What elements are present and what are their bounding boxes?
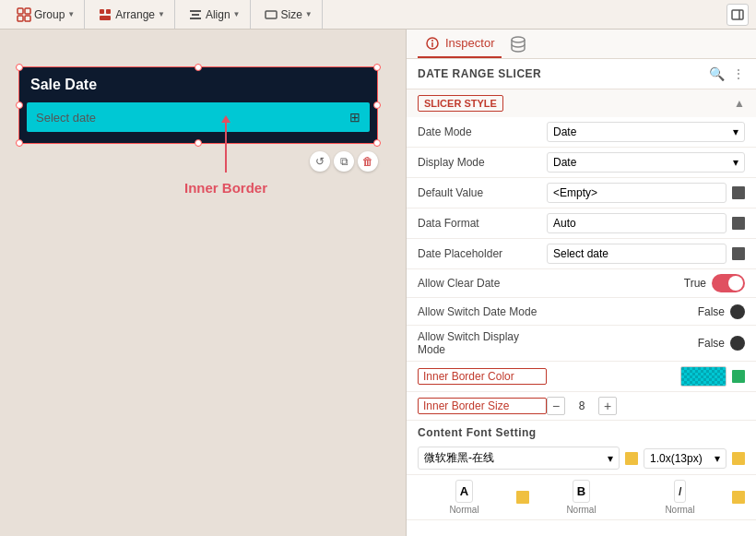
format-row: A Normal B Normal I Normal (407, 475, 756, 520)
delete-action[interactable]: 🗑 (358, 151, 378, 172)
handle-top-left[interactable] (16, 64, 23, 71)
prop-row-inner-border-color: Inner Border Color (407, 362, 756, 392)
section-collapse-button[interactable]: ▲ (734, 97, 745, 110)
italic-sublabel: Normal (665, 505, 694, 515)
date-placeholder-square[interactable] (732, 247, 745, 260)
inner-border-color-swatch[interactable] (680, 366, 726, 387)
sidebar-toggle-button[interactable] (726, 4, 749, 26)
annotation-arrowhead (221, 115, 230, 123)
inspector-tab-inspector[interactable]: Inspector (418, 30, 502, 58)
inspector-subheader: DATE RANGE SLICER 🔍 ⋮ (407, 59, 756, 89)
toolbar-group-group: Group ▼ (7, 0, 85, 29)
italic2-format: I Normal (633, 480, 726, 515)
data-format-square[interactable] (732, 217, 745, 230)
size-chevron: ▼ (305, 10, 313, 18)
size-button[interactable]: Size ▼ (260, 6, 316, 24)
italic-button[interactable]: I (674, 480, 687, 503)
allow-switch-date-mode-label: Allow Switch Date Mode (418, 305, 547, 318)
font-size-select[interactable]: 1.0x(13px) ▾ (644, 448, 726, 469)
font-size-chevron: ▾ (715, 452, 720, 465)
handle-top-right[interactable] (373, 64, 381, 71)
allow-clear-date-toggle[interactable] (712, 274, 745, 292)
rotate-action[interactable]: ↺ (310, 151, 330, 172)
align-button[interactable]: Align ▼ (184, 6, 244, 24)
handle-middle-right[interactable] (373, 101, 381, 109)
svg-rect-11 (732, 10, 743, 19)
canvas-area: Sale Date Select date ⊞ ↺ ⧉ 🗑 Inner Bord… (0, 30, 406, 536)
group-button[interactable]: Group ▼ (13, 6, 78, 24)
date-placeholder-value: Select date (547, 244, 745, 264)
bold-sublabel: Normal (449, 505, 478, 515)
prop-row-allow-clear-date: Allow Clear Date True (407, 269, 756, 298)
date-mode-select[interactable]: Date ▾ (547, 122, 745, 142)
bold-button[interactable]: A (455, 480, 473, 503)
display-mode-value: Date ▾ (547, 152, 745, 173)
allow-clear-date-value: True (547, 274, 745, 292)
allow-switch-display-mode-toggle[interactable] (730, 336, 745, 351)
inner-border-annotation: Inner Border (184, 122, 267, 196)
date-placeholder-label: Date Placeholder (418, 247, 547, 260)
italic-bold-button[interactable]: B (573, 480, 590, 503)
inner-border-size-value: − 8 + (547, 397, 745, 415)
prop-row-date-mode: Date Mode Date ▾ (407, 117, 756, 148)
inner-border-size-stepper: − 8 + (547, 397, 745, 415)
inner-border-color-green-square[interactable] (732, 370, 745, 383)
inner-border-size-plus[interactable]: + (598, 397, 617, 415)
italic-yellow-square[interactable] (732, 491, 745, 504)
svg-point-16 (512, 37, 525, 42)
size-icon (264, 7, 278, 22)
data-format-value: Auto (547, 213, 745, 233)
font-size-value: 1.0x(13px) (650, 452, 703, 465)
font-family-yellow-square[interactable] (625, 452, 638, 465)
font-family-value: 微软雅黑-在线 (424, 450, 494, 466)
default-value-value: <Empty> (547, 183, 745, 203)
handle-top-middle[interactable] (195, 64, 202, 71)
bold-yellow-square[interactable] (516, 491, 529, 504)
search-icon[interactable]: 🔍 (709, 66, 725, 81)
arrange-button[interactable]: Arrange ▼ (94, 6, 169, 24)
italic-format: B Normal (535, 480, 628, 515)
allow-switch-display-mode-text: False (698, 337, 725, 350)
default-value-select[interactable]: <Empty> (547, 183, 726, 203)
default-value-square[interactable] (732, 186, 745, 199)
section-header-slicer-style: SLICER STYLE ▲ (407, 89, 756, 117)
prop-row-allow-switch-display-mode: Allow Switch Display Mode False (407, 326, 756, 362)
svg-rect-7 (190, 10, 201, 12)
group-icon (17, 7, 31, 22)
allow-clear-date-label: Allow Clear Date (418, 277, 547, 290)
handle-bottom-right[interactable] (373, 139, 381, 147)
allow-switch-display-mode-value: False (547, 336, 745, 351)
database-icon (509, 35, 527, 54)
group-label: Group (34, 8, 65, 21)
handle-middle-left[interactable] (16, 101, 23, 109)
handle-bottom-left[interactable] (16, 139, 23, 147)
svg-point-14 (431, 40, 433, 42)
align-chevron: ▼ (233, 10, 241, 18)
svg-rect-2 (18, 16, 23, 21)
allow-clear-date-text: True (684, 277, 706, 290)
copy-action[interactable]: ⧉ (334, 151, 354, 172)
date-placeholder-select[interactable]: Select date (547, 244, 726, 264)
allow-switch-date-mode-value: False (547, 304, 745, 319)
arrange-icon (98, 7, 112, 22)
database-tab[interactable] (509, 35, 527, 54)
font-family-select[interactable]: 微软雅黑-在线 ▾ (418, 447, 620, 470)
date-mode-select-value: Date (553, 125, 576, 138)
font-size-yellow-square[interactable] (732, 452, 745, 465)
allow-switch-display-mode-label: Allow Switch Display Mode (418, 330, 547, 356)
inner-border-size-minus[interactable]: − (547, 397, 565, 415)
sidebar-toggle-icon (731, 8, 744, 21)
inspector-tab-label: Inspector (445, 36, 494, 50)
inspector-tab-icon (425, 36, 440, 51)
display-mode-select-value: Date (553, 156, 576, 169)
inner-border-label: Inner Border (184, 180, 267, 196)
prop-row-display-mode: Display Mode Date ▾ (407, 148, 756, 178)
calendar-icon: ⊞ (349, 110, 360, 125)
more-options-icon[interactable]: ⋮ (732, 66, 745, 81)
allow-switch-date-mode-toggle[interactable] (730, 304, 745, 319)
properties-scroll[interactable]: SLICER STYLE ▲ Date Mode Date ▾ Display … (407, 89, 756, 536)
display-mode-select[interactable]: Date ▾ (547, 152, 745, 173)
main-area: Sale Date Select date ⊞ ↺ ⧉ 🗑 Inner Bord… (0, 30, 756, 536)
prop-row-allow-switch-date-mode: Allow Switch Date Mode False (407, 298, 756, 326)
data-format-select[interactable]: Auto (547, 213, 726, 233)
